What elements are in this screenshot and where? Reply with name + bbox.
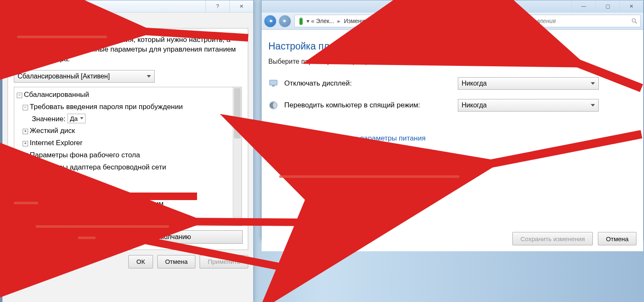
navbar: ▾ « Элек... ▸ Изменить п... ▾ — [262, 13, 643, 30]
tree-node-sleep-after[interactable]: +Сон после — [17, 186, 239, 198]
svg-rect-5 — [270, 80, 277, 85]
monitor-icon — [268, 78, 278, 89]
tree-node-password-wake[interactable]: −Требовать введения пароля при пробужден… — [17, 101, 239, 113]
scroll-down-icon[interactable]: ▾ — [233, 217, 242, 226]
close-button[interactable]: ✕ — [619, 0, 643, 12]
page-subtitle: Выберите параметры спящего режима и дисп… — [268, 58, 636, 65]
cancel-button[interactable]: Отмена — [157, 255, 196, 268]
tree-node-wifi[interactable]: +Параметры адаптера беспроводной сети — [17, 161, 239, 174]
help-button[interactable]: ? — [205, 0, 229, 12]
chevron-down-icon — [591, 82, 595, 85]
tree-node-sleep[interactable]: −Сон — [17, 174, 239, 186]
display-off-select[interactable]: Никогда — [458, 77, 599, 90]
dialog-titlebar[interactable]: Электропитание ? ✕ — [3, 0, 253, 13]
expand-icon[interactable]: + — [32, 190, 37, 195]
page-title: Настройка плана электропитания "Сбаланси… — [268, 41, 636, 52]
link-restore-defaults[interactable]: Восстановить для плана параметры по умол… — [268, 148, 438, 157]
control-panel-window: ― ▢ ✕ ▾ « Элек... ▸ Изменить п... ▾ — [261, 0, 644, 240]
collapse-icon[interactable]: − — [32, 202, 37, 207]
svg-rect-2 — [300, 18, 302, 18]
sleep-select[interactable]: Никогда — [458, 99, 599, 112]
power-options-dialog: Электропитание ? ✕ Дополнительные параме… — [2, 0, 254, 302]
row-display-off: Отключать дисплей: Никогда — [268, 77, 636, 90]
tree-node-hybrid[interactable]: −Разрешить гибридный спящий режим — [17, 198, 239, 210]
tree-node-root[interactable]: −Сбалансированный — [17, 89, 239, 101]
expand-icon[interactable]: + — [23, 153, 28, 159]
minimize-button[interactable]: ― — [571, 0, 595, 12]
collapse-icon[interactable]: − — [23, 177, 28, 183]
chevron-down-icon — [80, 117, 83, 120]
svg-rect-1 — [17, 36, 19, 36]
chevron-right-icon: ▸ — [336, 18, 342, 24]
ok-button[interactable]: ОК — [128, 255, 153, 268]
svg-rect-0 — [8, 3, 10, 4]
nav-forward-button[interactable] — [279, 15, 291, 27]
expand-icon[interactable]: + — [23, 141, 28, 146]
intro-text: Выберите план электропитания, который ну… — [28, 35, 242, 64]
svg-rect-6 — [272, 86, 275, 86]
collapse-icon[interactable]: − — [23, 105, 28, 110]
expand-icon[interactable]: + — [23, 165, 28, 171]
battery-large-icon — [14, 35, 22, 53]
row-label: Отключать дисплей: — [284, 79, 452, 88]
search-input[interactable] — [476, 15, 641, 27]
moon-icon — [268, 100, 278, 110]
hybrid-value-link[interactable]: Выкл — [77, 212, 94, 220]
restore-defaults-label: Восстановить параметры по умолчанию — [65, 233, 191, 241]
maximize-button[interactable]: ▢ — [595, 0, 619, 12]
nav-back-button[interactable] — [264, 15, 276, 27]
svg-line-4 — [635, 22, 637, 23]
link-advanced-power[interactable]: Изменить дополнительные параметры питани… — [268, 134, 426, 143]
refresh-button[interactable] — [461, 15, 473, 27]
collapse-icon[interactable]: − — [17, 93, 22, 98]
tree-node-hdd[interactable]: +Жесткий диск — [17, 125, 239, 137]
save-button[interactable]: Сохранить изменения — [512, 232, 593, 245]
breadcrumb-item[interactable]: Изменить п... — [344, 18, 380, 24]
breadcrumb-item[interactable]: Элек... — [316, 18, 334, 24]
restore-defaults-button[interactable]: Восстановить параметры по умолчанию — [14, 230, 243, 244]
row-label: Переводить компьютер в спящий режим: — [284, 101, 452, 109]
battery-icon — [297, 17, 305, 25]
scrollbar-thumb[interactable] — [234, 88, 241, 138]
apply-button[interactable]: Применить — [200, 255, 248, 268]
tree-value-password-wake: Значение: Да — [17, 113, 239, 125]
row-sleep: Переводить компьютер в спящий режим: Ник… — [268, 99, 636, 112]
dialog-title: Электропитание — [15, 3, 63, 10]
tab-advanced[interactable]: Дополнительные параметры — [7, 17, 95, 28]
plan-selector-value: Сбалансированный [Активен] — [18, 73, 110, 80]
tree-value-hybrid: Значение: Выкл — [17, 210, 239, 222]
plan-selector[interactable]: Сбалансированный [Активен] — [14, 70, 155, 83]
svg-point-3 — [632, 19, 636, 22]
settings-tree: −Сбалансированный −Требовать введения па… — [14, 87, 242, 226]
tree-node-ie[interactable]: +Internet Explorer — [17, 137, 239, 149]
chevron-down-icon — [147, 75, 151, 78]
cp-titlebar[interactable]: ― ▢ ✕ — [262, 0, 643, 13]
search-field[interactable] — [479, 17, 631, 25]
battery-icon — [5, 3, 13, 10]
search-icon — [631, 18, 638, 24]
tree-node-desktop-bg[interactable]: +Параметры фона рабочего стола — [17, 149, 239, 161]
cancel-button[interactable]: Отмена — [598, 232, 636, 245]
chevron-down-icon: ▾ — [306, 18, 309, 24]
password-wake-combo[interactable]: Да — [68, 114, 86, 123]
tree-scrollbar[interactable]: ▾ — [233, 87, 242, 226]
breadcrumb[interactable]: ▾ « Элек... ▸ Изменить п... ▾ — [294, 15, 458, 27]
expand-icon[interactable]: + — [23, 129, 28, 134]
tab-label: Дополнительные параметры — [12, 19, 90, 26]
chevron-down-icon — [591, 104, 595, 107]
tree-node-hibernate[interactable]: +Гибернация после — [17, 222, 239, 226]
close-button[interactable]: ✕ — [229, 0, 253, 12]
chevron-down-icon: ▾ — [454, 18, 457, 24]
